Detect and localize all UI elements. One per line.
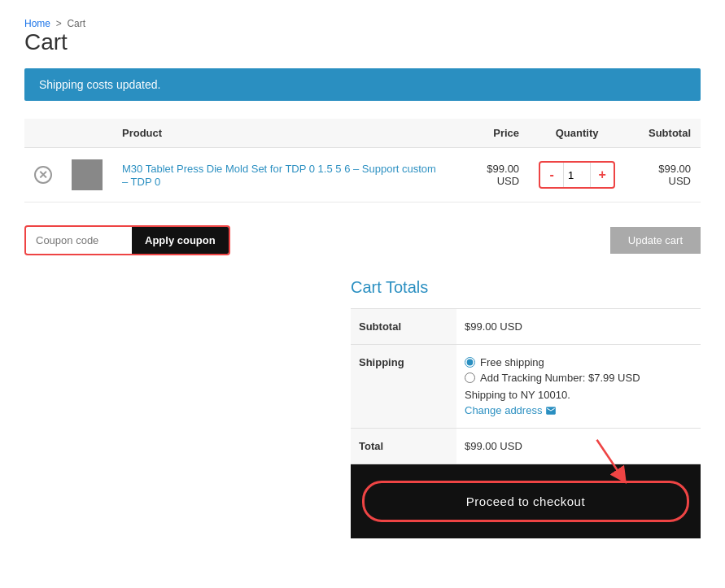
quantity-control: - + [539, 161, 615, 189]
col-quantity: Quantity [529, 119, 625, 148]
total-value: $99.00 USD [456, 429, 701, 464]
page-title: Cart [24, 29, 701, 55]
shipping-notice: Shipping costs updated. [24, 68, 701, 101]
coupon-row: Apply coupon Update cart [24, 217, 701, 270]
col-product: Product [112, 119, 455, 148]
product-link[interactable]: M30 Tablet Press Die Mold Set for TDP 0 … [122, 163, 436, 188]
total-row: Total $99.00 USD [351, 429, 701, 464]
free-shipping-radio[interactable] [465, 357, 475, 368]
shipping-to-text: Shipping to NY 10010. [465, 389, 692, 401]
tracking-shipping-radio[interactable] [465, 372, 475, 383]
product-subtotal: $99.00 USD [658, 163, 691, 187]
free-shipping-label: Free shipping [480, 356, 544, 368]
table-row: ✕ M30 Tablet Press Die Mold Set for TDP … [24, 148, 701, 203]
checkout-row: Proceed to checkout [351, 464, 701, 539]
subtotal-value: $99.00 USD [456, 309, 701, 345]
shipping-row: Shipping Free shipping Add Tracking Numb… [351, 345, 701, 429]
remove-item-button[interactable]: ✕ [34, 166, 52, 184]
totals-table: Subtotal $99.00 USD Shipping Free shippi… [351, 308, 701, 538]
breadcrumb: Home > Cart [24, 16, 701, 29]
red-arrow-annotation [587, 433, 635, 490]
cart-totals: Cart Totals Subtotal $99.00 USD Shipping… [351, 278, 701, 538]
quantity-decrease-button[interactable]: - [540, 163, 563, 187]
quantity-input[interactable] [563, 163, 591, 187]
checkout-button[interactable]: Proceed to checkout [362, 481, 689, 522]
svg-line-1 [597, 440, 622, 477]
cart-totals-section: Cart Totals Subtotal $99.00 USD Shipping… [24, 278, 701, 538]
breadcrumb-home[interactable]: Home [24, 18, 50, 29]
col-subtotal: Subtotal [625, 119, 701, 148]
product-thumbnail [72, 159, 103, 190]
coupon-section: Apply coupon [24, 225, 230, 255]
quantity-increase-button[interactable]: + [591, 163, 614, 187]
product-price: $99.00 USD [487, 163, 519, 187]
col-price: Price [455, 119, 530, 148]
subtotal-row: Subtotal $99.00 USD [351, 309, 701, 345]
update-cart-button[interactable]: Update cart [610, 227, 701, 254]
coupon-input[interactable] [26, 228, 132, 253]
breadcrumb-current: Cart [67, 18, 85, 29]
change-address-icon [545, 405, 557, 416]
cart-totals-heading: Cart Totals [351, 278, 701, 297]
apply-coupon-button[interactable]: Apply coupon [132, 227, 229, 254]
total-label: Total [351, 429, 456, 464]
shipping-label: Shipping [351, 345, 456, 429]
shipping-options: Free shipping Add Tracking Number: $7.99… [456, 345, 701, 429]
tracking-shipping-label: Add Tracking Number: $7.99 USD [480, 372, 640, 384]
cart-table: Product Price Quantity Subtotal ✕ M30 Ta… [24, 119, 701, 203]
subtotal-label: Subtotal [351, 309, 456, 345]
change-address-link[interactable]: Change address [465, 404, 692, 416]
